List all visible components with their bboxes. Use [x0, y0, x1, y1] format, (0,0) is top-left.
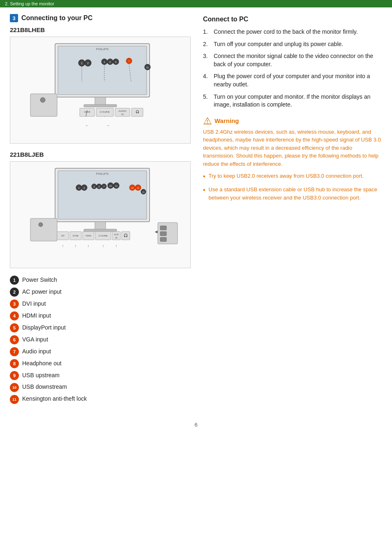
comp-badge-9: 9 [10, 371, 19, 380]
svg-rect-40 [95, 222, 106, 230]
step-num-3: 3. [203, 52, 210, 68]
component-item: 10 USB downstream [10, 383, 191, 392]
monitor-diagram-2: PHILIPS DP DVI⊕ HDMI [10, 161, 191, 268]
svg-text:4: 4 [98, 186, 99, 188]
comp-label-10: USB downstream [22, 383, 67, 390]
svg-rect-5 [30, 94, 57, 116]
warning-title: Warning [214, 117, 239, 124]
section-number-badge: 3 [10, 14, 18, 22]
warning-section: Warning USB 2.4Ghz wireless devices, suc… [203, 116, 382, 202]
svg-text:◄: ◄ [154, 229, 159, 234]
component-list: 1 Power Switch 2 AC power input 3 DVI in… [10, 276, 191, 404]
content-area: 3 Connecting to your PC 221B8LHEB PHILIP… [0, 7, 392, 413]
step-num-4: 4. [203, 72, 210, 88]
step-1: 1. Connect the power cord to the back of… [203, 28, 382, 36]
step-4: 4. Plug the power cord of your computer … [203, 72, 382, 88]
svg-rect-4 [84, 104, 117, 107]
warning-bullet-1: • Try to keep USB2.0 receivers away from… [203, 172, 382, 181]
step-text-4: Plug the power cord of your computer and… [214, 72, 382, 88]
diagram-svg-1: PHILIPS HDMI D-SUB⊕ A [18, 40, 182, 135]
svg-rect-41 [84, 229, 117, 232]
section-title: Connecting to your PC [21, 14, 92, 22]
svg-text:AUDIO: AUDIO [118, 110, 126, 112]
svg-text:PHILIPS: PHILIPS [96, 172, 109, 176]
svg-rect-38 [58, 171, 147, 219]
comp-label-3: DVI input [22, 300, 46, 307]
comp-badge-3: 3 [10, 299, 19, 309]
comp-badge-11: 11 [10, 395, 19, 404]
svg-text:AUD: AUD [114, 233, 119, 236]
svg-point-43 [39, 223, 43, 227]
left-column: 3 Connecting to your PC 221B8LHEB PHILIP… [10, 14, 191, 407]
component-item: 4 HDMI input [10, 311, 191, 320]
comp-label-11: Kensington anti-theft lock [22, 395, 87, 402]
comp-badge-8: 8 [10, 359, 19, 368]
svg-text:DVI⊕: DVI⊕ [73, 234, 78, 237]
svg-text:HDMI: HDMI [85, 234, 92, 237]
step-text-3: Connect the monitor signal cable to the … [214, 52, 382, 68]
bullet-dot-1: • [203, 172, 205, 181]
comp-badge-6: 6 [10, 335, 19, 344]
warning-body: USB 2.4Ghz wireless devices, such as, wi… [203, 128, 382, 168]
step-text-2: Turn off your computer and unplug its po… [214, 40, 343, 49]
svg-text:IN: IN [121, 113, 124, 116]
svg-text:HDMI: HDMI [84, 111, 90, 113]
svg-text:←: ← [107, 123, 111, 128]
step-3: 3. Connect the monitor signal cable to t… [203, 52, 382, 68]
comp-label-7: Audio input [22, 348, 51, 355]
svg-text:PHILIPS: PHILIPS [96, 47, 109, 51]
monitor-svg-area-2: PHILIPS DP DVI⊕ HDMI [14, 165, 187, 260]
comp-badge-7: 7 [10, 347, 19, 356]
step-text-5: Turn on your computer and monitor. If th… [214, 93, 382, 109]
svg-text:↑: ↑ [62, 244, 64, 248]
comp-label-5: DisplayPort input [22, 324, 66, 331]
page-wrapper: 2. Setting up the monitor 3 Connecting t… [0, 0, 392, 557]
breadcrumb: 2. Setting up the monitor [0, 0, 392, 7]
component-item: 3 DVI input [10, 299, 191, 309]
comp-badge-5: 5 [10, 323, 19, 332]
component-item: 9 USB upstream [10, 371, 191, 380]
svg-rect-58 [160, 226, 166, 230]
model2-label: 221B8LJEB [10, 151, 191, 158]
warning-header: Warning [203, 116, 382, 125]
svg-text:D-SUB⊕: D-SUB⊕ [100, 111, 110, 113]
svg-rect-42 [30, 218, 57, 241]
svg-text:1: 1 [81, 62, 83, 65]
svg-rect-60 [160, 237, 166, 241]
svg-text:10: 10 [109, 185, 112, 187]
comp-label-2: AC power input [22, 288, 62, 295]
step-num-1: 1. [203, 28, 210, 36]
svg-point-6 [40, 97, 45, 102]
svg-text:11: 11 [142, 191, 145, 193]
step-5: 5. Turn on your computer and monitor. If… [203, 93, 382, 109]
component-item: 6 VGA input [10, 335, 191, 344]
component-item: 1 Power Switch [10, 276, 191, 285]
section-header: 3 Connecting to your PC [10, 14, 191, 22]
svg-text:D-SUB⊕: D-SUB⊕ [99, 234, 108, 237]
step-num-2: 2. [203, 40, 210, 49]
comp-label-4: HDMI input [22, 312, 51, 319]
svg-text:2: 2 [87, 62, 89, 65]
model1-label: 221B8LHEB [10, 26, 191, 33]
svg-text:IN: IN [115, 237, 118, 239]
monitor-svg-area-1: PHILIPS HDMI D-SUB⊕ A [14, 40, 187, 135]
step-2: 2. Turn off your computer and unplug its… [203, 40, 382, 49]
comp-badge-1: 1 [10, 276, 19, 285]
component-item: 5 DisplayPort input [10, 323, 191, 332]
svg-text:↑: ↑ [75, 244, 77, 248]
svg-text:↑: ↑ [88, 244, 90, 248]
monitor-diagram-1: PHILIPS HDMI D-SUB⊕ A [10, 37, 191, 144]
svg-text:11: 11 [146, 66, 149, 69]
svg-text:🎧: 🎧 [136, 110, 139, 114]
step-num-5: 5. [203, 93, 210, 109]
svg-rect-1 [58, 46, 147, 95]
comp-badge-10: 10 [10, 383, 19, 392]
warning-bullet-text-2: Use a standard USB extension cable or US… [209, 186, 382, 202]
svg-text:←: ← [85, 123, 89, 128]
svg-rect-59 [160, 232, 166, 236]
bullet-dot-2: • [203, 185, 205, 202]
diagram-svg-2: PHILIPS DP DVI⊕ HDMI [18, 165, 182, 260]
svg-text:↑: ↑ [102, 244, 104, 248]
svg-text:7: 7 [103, 186, 104, 188]
svg-text:11: 11 [137, 187, 139, 189]
